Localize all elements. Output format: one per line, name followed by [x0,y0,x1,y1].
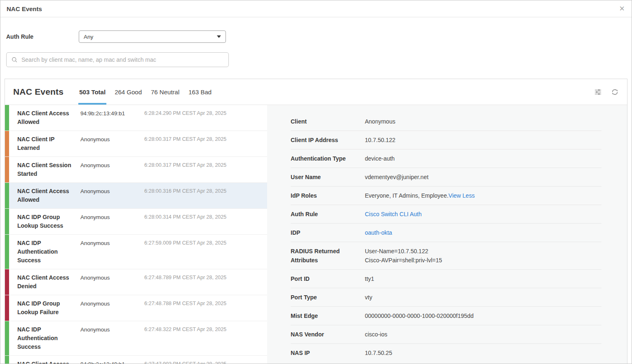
card-header-icons [594,79,619,105]
event-filter-tabs: 503 Total 264 Good 76 Neutral 163 Bad [78,79,212,105]
status-bar-bad [5,269,9,295]
event-time: 6:27:48.789 PM CEST Apr 28, 2025 [144,273,264,282]
filters-section: Auth Rule Any [0,17,632,67]
event-title: NAC IDP Authentication Success [17,239,80,265]
detail-label: Client [291,117,365,126]
event-client: Anonymous [80,325,144,334]
radius-attr-line: User-Name=10.7.50.122 [365,247,442,256]
event-row[interactable]: NAC Client Access Denied Anonymous 6:27:… [5,269,267,295]
detail-row-auth-rule: Auth Rule Cisco Switch CLI Auth [291,205,601,224]
event-time: 6:28:00.316 PM CEST Apr 28, 2025 [144,187,264,196]
event-title: NAC IDP Authentication Success [17,325,80,351]
chevron-down-icon [217,35,221,38]
auth-rule-label: Auth Rule [6,33,79,40]
event-client: Anonymous [80,135,144,144]
tab-total[interactable]: 503 Total [78,79,106,105]
event-client: Anonymous [80,187,144,196]
detail-value: device-auth [365,154,395,163]
event-title: NAC Client Access Allowed [17,187,80,204]
idp-link[interactable]: oauth-okta [365,228,392,237]
detail-value: 00000000-0000-0000-1000-020000f195dd [365,311,474,320]
event-time: 6:27:48.788 PM CEST Apr 28, 2025 [144,299,264,308]
event-time: 6:28:00.317 PM CEST Apr 28, 2025 [144,161,264,170]
detail-value: cisco-ios [365,330,387,339]
event-row[interactable]: NAC Client IP Learned Anonymous 6:28:00.… [5,131,267,157]
detail-row-idp: IDP oauth-okta [291,224,601,242]
search-box[interactable] [6,52,229,67]
event-title: NAC Client Access Allowed [17,109,80,126]
refresh-icon[interactable] [611,88,619,96]
tab-bad[interactable]: 163 Bad [188,79,212,105]
detail-value: vty [365,293,372,302]
modal-titlebar: NAC Events × [0,0,632,17]
auth-rule-link[interactable]: Cisco Switch CLI Auth [365,210,422,219]
status-bar-bad [5,295,9,321]
event-row[interactable]: NAC IDP Authentication Success Anonymous… [5,321,267,356]
status-bar-neutral [5,157,9,182]
view-less-link[interactable]: View Less [449,192,475,199]
event-client: Anonymous [80,161,144,170]
event-time: 6:27:59.009 PM CEST Apr 28, 2025 [144,239,264,247]
filter-sliders-icon[interactable] [594,88,602,96]
event-time: 6:28:00.317 PM CEST Apr 28, 2025 [144,135,264,144]
detail-label: Authentication Type [291,154,365,163]
detail-value: 10.7.50.25 [365,348,392,357]
card-title: NAC Events [13,87,63,97]
status-bar-neutral [5,131,9,156]
detail-row-mist-edge: Mist Edge 00000000-0000-0000-1000-020000… [291,307,601,325]
event-row-partial[interactable]: NAC Client Access Allowed 94:9b:2c:13:49… [5,356,267,364]
detail-value: tty1 [365,274,374,283]
event-title: NAC IDP Group Lookup Failure [17,299,80,317]
event-row[interactable]: NAC Client Session Started Anonymous 6:2… [5,157,267,183]
event-row[interactable]: NAC IDP Group Lookup Success Anonymous 6… [5,209,267,235]
detail-row-client-ip: Client IP Address 10.7.50.122 [291,131,601,149]
detail-label: Mist Edge [291,311,365,320]
event-title: NAC Client IP Learned [17,135,80,152]
detail-value: Anonymous [365,117,395,126]
event-row[interactable]: NAC Client Access Allowed 94:9b:2c:13:49… [5,105,267,131]
event-client: Anonymous [80,299,144,308]
event-client: Anonymous [80,273,144,282]
status-bar-good [5,183,9,208]
event-time: 6:27:48.322 PM CEST Apr 28, 2025 [144,325,264,334]
event-time: 6:28:00.314 PM CEST Apr 28, 2025 [144,213,264,222]
event-title: NAC Client Access Allowed [17,360,80,364]
search-input[interactable] [21,56,224,63]
status-bar-good [5,209,9,234]
detail-row-port-id: Port ID tty1 [291,270,601,288]
detail-label: Client IP Address [291,135,365,145]
auth-rule-dropdown[interactable]: Any [79,30,226,43]
detail-value: Everyone, IT Admins, Employee.View Less [365,191,475,200]
detail-label: NAS IP [291,348,365,357]
close-icon[interactable]: × [618,4,625,13]
event-row[interactable]: NAC IDP Authentication Success Anonymous… [5,235,267,269]
detail-row-idp-roles: IdP Roles Everyone, IT Admins, Employee.… [291,187,601,205]
card-body: NAC Client Access Allowed 94:9b:2c:13:49… [5,105,627,364]
event-title: NAC IDP Group Lookup Success [17,213,80,230]
tab-neutral[interactable]: 76 Neutral [150,79,180,105]
detail-row-user-name: User Name vdementyev@juniper.net [291,168,601,187]
detail-row-nas-ip: NAS IP 10.7.50.25 [291,344,601,362]
event-row-selected[interactable]: NAC Client Access Allowed Anonymous 6:28… [5,183,267,209]
detail-row-auth-type: Authentication Type device-auth [291,149,601,168]
status-bar-good [5,105,9,131]
event-time: 6:28:24.290 PM CEST Apr 28, 2025 [144,109,264,118]
event-title: NAC Client Access Denied [17,273,80,291]
radius-attr-line: Cisco-AVPair=shell:priv-lvl=15 [365,256,442,265]
detail-row-radius-attrs: RADIUS Returned Attributes User-Name=10.… [291,242,601,270]
event-client: Anonymous [80,239,144,247]
auth-rule-selected-value: Any [84,34,93,40]
detail-value: User-Name=10.7.50.122 Cisco-AVPair=shell… [365,247,442,265]
status-bar-good [5,235,9,269]
search-icon [11,56,18,63]
event-row[interactable]: NAC IDP Group Lookup Failure Anonymous 6… [5,295,267,321]
nac-events-card: NAC Events 503 Total 264 Good 76 Neutral… [5,79,627,364]
card-header: NAC Events 503 Total 264 Good 76 Neutral… [5,79,627,105]
modal-title: NAC Events [7,5,42,12]
status-bar-good [5,321,9,355]
detail-value: vdementyev@juniper.net [365,173,428,182]
detail-label: Port ID [291,274,365,283]
event-detail-panel: Client Anonymous Client IP Address 10.7.… [267,105,627,364]
tab-good[interactable]: 264 Good [114,79,143,105]
detail-value: 10.7.50.122 [365,135,395,145]
